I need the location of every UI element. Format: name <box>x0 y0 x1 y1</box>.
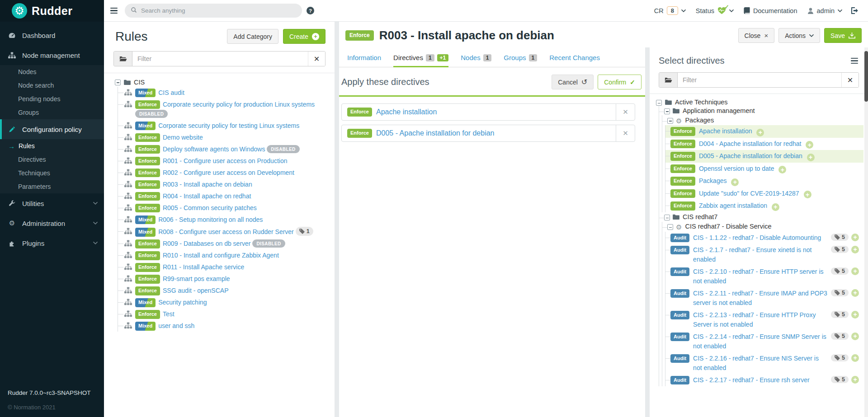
rule-row[interactable]: Mixeduser and ssh <box>118 320 327 332</box>
create-rule-button[interactable]: Create + <box>283 29 326 44</box>
directive-link[interactable]: CIS - 1.1.22 - redhat7 - Disable Automou… <box>693 234 821 241</box>
directive-link[interactable]: Packages <box>699 177 726 184</box>
directive-link[interactable]: Apache installation <box>699 127 752 135</box>
sidebar-item-techniques[interactable]: Techniques <box>0 166 104 180</box>
add-directive-icon[interactable]: + <box>731 178 739 186</box>
directive-link[interactable]: Apache installation <box>376 108 437 116</box>
rule-row[interactable]: EnforceCorporate security policy for pro… <box>118 98 327 120</box>
clear-filter-icon[interactable]: ✕ <box>308 52 325 66</box>
sidebar-item-pending-nodes[interactable]: Pending nodes <box>0 92 104 106</box>
rule-row[interactable]: MixedR008 - Configure user access on Rud… <box>118 225 327 238</box>
technique-row[interactable]: ⚙Packages <box>662 115 863 125</box>
add-directive-icon[interactable]: + <box>851 333 859 340</box>
sidebar-item-rules[interactable]: →Rules <box>0 139 104 153</box>
add-directive-icon[interactable]: + <box>851 234 859 241</box>
sidebar-item-parameters[interactable]: Parameters <box>0 180 104 193</box>
directive-row[interactable]: AuditCIS - 2.2.16 - redhat7 - Ensure NIS… <box>665 352 863 374</box>
collapse-toggle-icon[interactable] <box>667 224 673 230</box>
add-directive-icon[interactable]: + <box>807 154 815 161</box>
panel-resizer[interactable] <box>335 22 339 417</box>
rule-link[interactable]: Test <box>163 310 175 318</box>
sidebar-item-utilities[interactable]: Utilities <box>0 193 104 213</box>
close-button[interactable]: Close× <box>738 28 775 43</box>
add-directive-icon[interactable]: + <box>851 311 859 319</box>
tab-nodes[interactable]: Nodes1 <box>461 54 491 67</box>
rule-row[interactable]: MixedCorporate security policy for testi… <box>118 120 327 131</box>
rule-link[interactable]: R004 - Install apache on redhat <box>163 192 251 200</box>
rule-link[interactable]: R001 - Configure user access on Producti… <box>163 157 287 164</box>
rules-root-category[interactable]: CIS <box>115 79 327 86</box>
directive-row[interactable]: AuditCIS - 1.1.22 - redhat7 - Disable Au… <box>665 232 863 244</box>
folder-filter-button[interactable] <box>114 52 132 66</box>
directive-row[interactable]: AuditCIS - 2.2.13 - redhat7 - Ensure HTT… <box>665 309 863 331</box>
rule-link[interactable]: R003 - Install apache on debian <box>163 181 252 188</box>
directive-row[interactable]: EnforceZabbix agent installation + <box>665 200 863 212</box>
directive-row[interactable]: AuditCIS - 2.2.10 - redhat7 - Ensure HTT… <box>665 266 863 287</box>
collapse-toggle-icon[interactable] <box>664 215 670 220</box>
search-input[interactable] <box>141 7 296 14</box>
rule-link[interactable]: SSG audit - openSCAP <box>163 287 229 294</box>
directive-link[interactable]: Zabbix agent installation <box>699 202 767 209</box>
save-button[interactable]: Save <box>824 28 862 43</box>
rules-filter-input[interactable] <box>132 52 308 66</box>
brand-logo[interactable]: ⚙ Rudder <box>0 0 104 22</box>
add-category-button[interactable]: Add Category <box>227 29 278 44</box>
folder-filter-button[interactable] <box>659 73 678 87</box>
directives-filter-input[interactable] <box>678 73 841 87</box>
directive-row[interactable]: EnforceD005 - Apache installation for de… <box>665 150 863 163</box>
rule-link[interactable]: Corporate security policy for production… <box>163 101 315 108</box>
rule-row[interactable]: MixedR006 - Setup monitoring on all node… <box>118 214 327 225</box>
panel-menu-icon[interactable] <box>851 58 858 64</box>
techniques-root[interactable]: Active Techniques <box>656 98 863 106</box>
rule-link[interactable]: Security patching <box>158 299 207 306</box>
sidebar-item-plugins[interactable]: Plugins <box>0 233 104 253</box>
remove-directive-button[interactable]: ✕ <box>616 125 635 141</box>
directive-link[interactable]: D005 - Apache installation for debian <box>376 129 495 137</box>
rule-row[interactable]: EnforceR004 - Install apache on redhat <box>118 190 327 202</box>
add-directive-icon[interactable]: + <box>806 141 813 149</box>
sidebar-item-nodes[interactable]: Nodes <box>0 65 104 79</box>
directive-row[interactable]: EnforceOpenssl version up to date + <box>665 163 863 175</box>
cancel-button[interactable]: Cancel↺ <box>552 75 594 89</box>
directive-row[interactable]: AuditCIS - 2.1.7 - redhat7 - Ensure xine… <box>665 244 863 266</box>
directive-link[interactable]: CIS - 2.2.10 - redhat7 - Ensure HTTP ser… <box>693 268 823 285</box>
rule-link[interactable]: R006 - Setup monitoring on all nodes <box>158 216 263 223</box>
tab-recent-changes[interactable]: Recent Changes <box>549 54 600 67</box>
add-directive-icon[interactable]: + <box>851 376 859 384</box>
rule-link[interactable]: CIS audit <box>158 89 184 96</box>
sidebar-item-administration[interactable]: ⚙Administration <box>0 213 104 233</box>
add-directive-icon[interactable]: + <box>851 267 859 275</box>
status-dropdown[interactable]: Status ✓ <box>693 7 736 14</box>
rule-link[interactable]: R009 - Databases on db server <box>163 240 251 247</box>
rule-link[interactable]: Demo website <box>163 134 203 141</box>
change-requests-dropdown[interactable]: CR 8 <box>651 6 689 15</box>
user-menu[interactable]: admin <box>805 7 845 14</box>
rule-row[interactable]: EnforceR003 - Install apache on debian <box>118 178 327 190</box>
actions-button[interactable]: Actions <box>778 28 820 43</box>
rule-row[interactable]: EnforceR002 - Configure user access on D… <box>118 167 327 178</box>
directive-link[interactable]: D005 - Apache installation for debian <box>699 152 802 159</box>
add-directive-icon[interactable]: + <box>772 203 779 211</box>
add-directive-icon[interactable]: + <box>851 289 859 297</box>
rule-link[interactable]: user and ssh <box>158 322 194 329</box>
scrollbar-thumb[interactable] <box>864 51 868 102</box>
rule-row[interactable]: EnforceR010 - Install and configure Zabb… <box>118 249 327 261</box>
rule-link[interactable]: Corporate security policy for testing Li… <box>158 122 299 129</box>
rule-row[interactable]: EnforceDemo website <box>118 131 327 143</box>
rule-row[interactable]: EnforceDeploy software agents on Windows… <box>118 143 327 155</box>
sidebar-item-dashboard[interactable]: Dashboard <box>0 25 104 45</box>
directive-row[interactable]: EnforceUpdate "sudo" for CVE-2019-14287 … <box>665 187 863 200</box>
add-directive-icon[interactable]: + <box>851 246 859 253</box>
directive-row[interactable]: AuditCIS - 2.2.11 - redhat7 - Ensure IMA… <box>665 287 863 309</box>
rule-row[interactable]: EnforceSSG audit - openSCAP <box>118 285 327 296</box>
collapse-toggle-icon[interactable] <box>115 80 121 85</box>
directive-link[interactable]: CIS - 2.2.11 - redhat7 - Ensure IMAP and… <box>693 290 827 306</box>
rule-row[interactable]: EnforceR009 - Databases on db server DIS… <box>118 238 327 249</box>
directive-link[interactable]: Openssl version up to date <box>699 165 774 172</box>
add-directive-icon[interactable]: + <box>804 191 811 198</box>
rule-row[interactable]: MixedSecurity patching <box>118 296 327 308</box>
directive-link[interactable]: CIS - 2.2.14 - redhat7 - Ensure SNMP Ser… <box>693 333 826 350</box>
directive-link[interactable]: D004 - Apache installation for redhat <box>699 140 801 147</box>
add-directive-icon[interactable]: + <box>756 129 764 136</box>
clear-filter-icon[interactable]: ✕ <box>841 73 859 87</box>
